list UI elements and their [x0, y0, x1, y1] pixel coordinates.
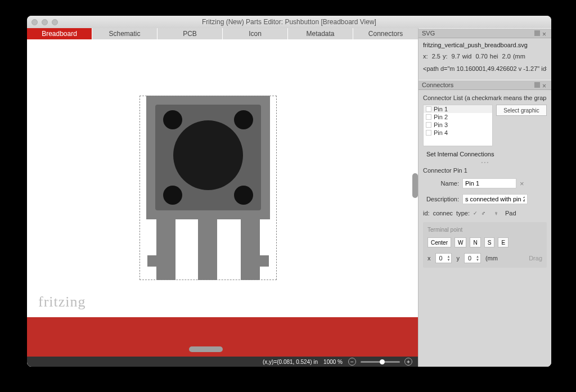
- zoom-readout: 1000 %: [323, 359, 343, 365]
- tab-schematic[interactable]: Schematic: [92, 28, 158, 39]
- type-pad-option[interactable]: Pad: [505, 210, 516, 217]
- canvas-horizontal-scrollbar[interactable]: [27, 350, 418, 357]
- type-male-radio[interactable]: ✓: [473, 210, 478, 216]
- terminal-south-button[interactable]: S: [484, 237, 495, 247]
- male-icon: ♂: [481, 210, 485, 217]
- terminal-center-button[interactable]: Center: [428, 237, 451, 247]
- terminal-east-button[interactable]: E: [498, 237, 508, 247]
- current-connector-label: Connector Pin 1: [423, 167, 547, 174]
- zoom-in-button[interactable]: +: [404, 358, 412, 366]
- svg-path-source[interactable]: <path d="m 10.160001,49.426602 v -1.27" …: [423, 65, 547, 72]
- select-graphic-button[interactable]: Select graphic: [496, 105, 547, 116]
- type-female-radio[interactable]: [489, 210, 490, 216]
- connectors-panel-close-icon[interactable]: [542, 82, 548, 88]
- svg-width-value[interactable]: 0.70: [475, 53, 487, 60]
- svg-panel-close-icon[interactable]: [542, 30, 548, 36]
- tab-metadata[interactable]: Metadata: [288, 28, 353, 39]
- connector-form: Connector Pin 1 Name: × Description: id:…: [423, 167, 547, 268]
- svg-y-value[interactable]: 9.7: [452, 53, 460, 60]
- connector-id-value: connec: [433, 210, 453, 217]
- terminal-point-group: Terminal point Center W N S E x 0: [423, 222, 547, 268]
- terminal-y-stepper[interactable]: 0 ▲▼: [464, 253, 481, 263]
- svg-height-value[interactable]: 2.0: [502, 53, 511, 60]
- cursor-coords: (x,y)=(0.081, 0.524) in: [263, 359, 318, 365]
- connector-list-item[interactable]: Pin 2: [424, 113, 492, 121]
- connector-list[interactable]: Pin 1 Pin 2 Pin 3 Pin 4: [423, 105, 493, 146]
- canvas[interactable]: fritzing: [27, 39, 418, 357]
- tab-pcb[interactable]: PCB: [158, 28, 223, 39]
- view-tabs: Breadboard Schematic PCB Icon Metadata C…: [27, 28, 418, 39]
- brand-watermark: fritzing: [38, 294, 86, 310]
- connector-check-icon[interactable]: [426, 130, 431, 136]
- terminal-north-button[interactable]: N: [470, 237, 480, 247]
- connectors-panel-undock-icon[interactable]: [534, 82, 540, 88]
- connectors-panel-title: Connectors: [422, 82, 453, 88]
- panel-resize-grip-icon[interactable]: • • •: [423, 160, 547, 165]
- part-pushbutton[interactable]: [140, 96, 277, 280]
- connector-list-item[interactable]: Pin 3: [424, 121, 492, 129]
- canvas-vertical-scrollbar[interactable]: [411, 39, 418, 357]
- svg-x-value[interactable]: 2.5: [432, 53, 440, 60]
- connector-check-icon[interactable]: [426, 122, 431, 128]
- svg-panel-title: SVG: [422, 30, 435, 37]
- connector-list-description: Connector List (a checkmark means the gr…: [423, 94, 547, 101]
- tab-connectors[interactable]: Connectors: [353, 28, 418, 39]
- svg-panel: fritzing_vertical_push_breadboard.svg x:…: [418, 38, 551, 80]
- female-icon: ♀: [494, 210, 498, 217]
- app-window: Fritzing (New) Parts Editor: Pushbutton …: [27, 16, 551, 367]
- terminal-drag-label[interactable]: Drag: [529, 255, 542, 262]
- zoom-out-button[interactable]: −: [348, 358, 356, 366]
- terminal-x-stepper[interactable]: 0 ▲▼: [435, 253, 452, 263]
- set-internal-connections-link[interactable]: Set Internal Connections: [426, 151, 547, 157]
- terminal-west-button[interactable]: W: [454, 237, 466, 247]
- zoom-slider[interactable]: [361, 361, 400, 363]
- svg-filename: fritzing_vertical_push_breadboard.svg: [423, 42, 547, 48]
- svg-panel-header: SVG: [418, 28, 551, 38]
- connector-name-input[interactable]: [462, 178, 516, 188]
- svg-panel-undock-icon[interactable]: [534, 30, 540, 36]
- window-title: Fritzing (New) Parts Editor: Pushbutton …: [27, 18, 551, 26]
- clear-name-icon[interactable]: ×: [520, 179, 524, 188]
- connector-description-input[interactable]: [462, 194, 528, 204]
- connector-list-item[interactable]: Pin 4: [424, 129, 492, 137]
- titlebar: Fritzing (New) Parts Editor: Pushbutton …: [27, 16, 551, 28]
- tab-icon[interactable]: Icon: [223, 28, 288, 39]
- connector-check-icon[interactable]: [426, 106, 431, 112]
- status-bar: (x,y)=(0.081, 0.524) in 1000 % − +: [27, 357, 418, 367]
- connector-check-icon[interactable]: [426, 114, 431, 120]
- inspector-pane: SVG fritzing_vertical_push_breadboard.sv…: [418, 28, 551, 367]
- tab-breadboard[interactable]: Breadboard: [27, 28, 92, 39]
- svg-geometry-row: x: 2.5 y: 9.7 wid 0.70 hei 2.0 (mm: [423, 53, 547, 60]
- editor-pane: Breadboard Schematic PCB Icon Metadata C…: [27, 28, 418, 367]
- connectors-panel: Connector List (a checkmark means the gr…: [418, 90, 551, 367]
- connectors-panel-header: Connectors: [418, 80, 551, 90]
- connector-list-item[interactable]: Pin 1: [424, 105, 492, 113]
